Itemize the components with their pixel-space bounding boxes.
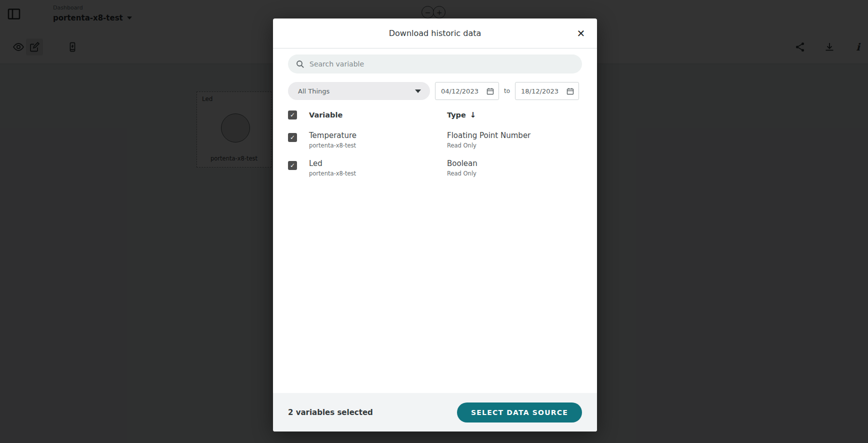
calendar-icon — [486, 88, 494, 95]
things-filter-value: All Things — [298, 88, 330, 95]
row-checkbox[interactable]: ✓ — [288, 133, 297, 142]
table-row[interactable]: ✓ Temperature portenta-x8-test Floating … — [288, 131, 582, 149]
modal-title: Download historic data — [389, 28, 482, 38]
variable-permission: Read Only — [447, 142, 582, 149]
variable-type: Boolean — [447, 159, 582, 168]
type-cell: Floating Point Number Read Only — [447, 131, 582, 149]
calendar-icon — [566, 88, 574, 95]
date-from-value: 04/12/2023 — [441, 88, 478, 95]
variable-permission: Read Only — [447, 170, 582, 177]
type-cell: Boolean Read Only — [447, 159, 582, 177]
variable-cell: Led portenta-x8-test — [309, 159, 447, 177]
variables-table-header: ✓ Variable Type ↓ — [288, 109, 582, 121]
things-filter-dropdown[interactable]: All Things — [288, 82, 430, 100]
search-bar — [288, 54, 582, 74]
table-row[interactable]: ✓ Led portenta-x8-test Boolean Read Only — [288, 159, 582, 177]
sort-descending-icon: ↓ — [470, 110, 476, 120]
column-header-variable[interactable]: Variable — [309, 111, 447, 119]
close-button[interactable]: ✕ — [574, 26, 588, 40]
check-icon: ✓ — [290, 162, 295, 168]
date-to-field[interactable]: 18/12/2023 — [515, 82, 579, 100]
spacer — [288, 177, 582, 393]
column-header-type[interactable]: Type ↓ — [447, 110, 582, 120]
date-range-to-label: to — [504, 88, 510, 94]
variable-device: portenta-x8-test — [309, 170, 447, 177]
select-all-checkbox[interactable]: ✓ — [288, 110, 297, 120]
search-icon — [296, 60, 304, 68]
search-input[interactable] — [310, 60, 582, 68]
modal-body: All Things 04/12/2023 to 18/12/2023 — [273, 48, 597, 393]
variable-cell: Temperature portenta-x8-test — [309, 131, 447, 149]
modal-header: Download historic data ✕ — [273, 18, 597, 48]
variable-name: Led — [309, 159, 447, 168]
date-to-value: 18/12/2023 — [521, 88, 558, 95]
row-checkbox[interactable]: ✓ — [288, 161, 297, 170]
variable-type: Floating Point Number — [447, 131, 582, 140]
modal-footer: 2 variables selected SELECT DATA SOURCE — [273, 393, 597, 432]
selected-count-label: 2 variables selected — [288, 408, 373, 417]
variable-device: portenta-x8-test — [309, 142, 447, 149]
download-historic-data-modal: Download historic data ✕ All Things 04/1… — [273, 18, 597, 432]
filter-row: All Things 04/12/2023 to 18/12/2023 — [288, 82, 582, 100]
check-icon: ✓ — [290, 112, 295, 118]
select-data-source-button[interactable]: SELECT DATA SOURCE — [457, 402, 582, 422]
variable-name: Temperature — [309, 131, 447, 140]
check-icon: ✓ — [290, 134, 295, 140]
chevron-down-icon — [415, 90, 421, 93]
close-icon: ✕ — [577, 28, 586, 39]
date-from-field[interactable]: 04/12/2023 — [435, 82, 499, 100]
